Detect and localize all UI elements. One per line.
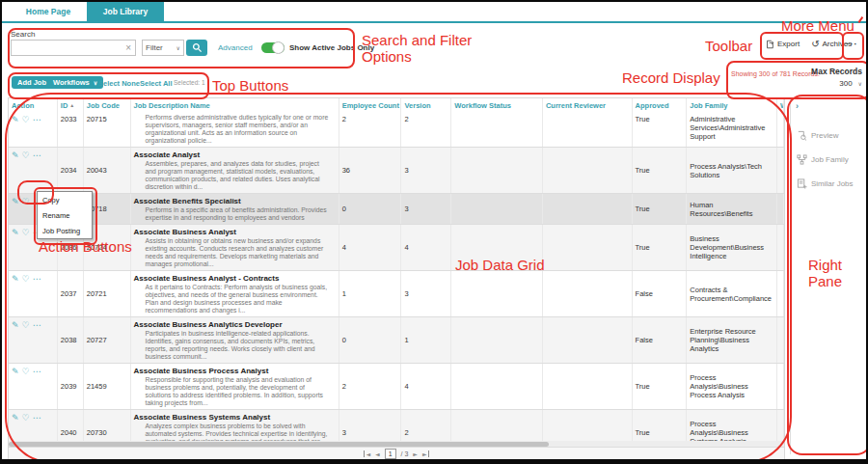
export-label: Export bbox=[777, 40, 800, 48]
more-actions-icon[interactable]: ⋯ bbox=[33, 275, 41, 284]
select-none-link[interactable]: Select None bbox=[98, 79, 140, 88]
row-job-family: Business Development\Business Intelligen… bbox=[687, 225, 777, 270]
last-page-button[interactable]: ► bbox=[422, 450, 429, 457]
filter-dropdown[interactable]: Filter ∨ bbox=[142, 40, 184, 56]
favorite-icon[interactable]: ♡ bbox=[22, 229, 30, 237]
more-actions-icon[interactable]: ⋯ bbox=[33, 414, 41, 423]
row-approved: False bbox=[633, 271, 688, 316]
column-header-workflow-status[interactable]: Workflow Status bbox=[451, 98, 543, 112]
edit-icon[interactable]: ✎ bbox=[12, 151, 19, 160]
active-jobs-toggle[interactable] bbox=[261, 42, 285, 53]
export-icon bbox=[765, 40, 774, 49]
favorite-icon[interactable]: ♡ bbox=[22, 198, 30, 206]
more-actions-icon[interactable]: ⋯ bbox=[33, 321, 41, 330]
select-all-link[interactable]: Select All bbox=[140, 79, 173, 88]
table-row[interactable]: ✎♡⋯203820727Associate Business Analytics… bbox=[9, 317, 784, 364]
row-workflow-status bbox=[451, 410, 543, 442]
table-row[interactable]: ✎♡⋯203520718Associate Benefits Specialis… bbox=[9, 194, 784, 225]
row-clipped-cell bbox=[777, 225, 784, 270]
more-actions-icon[interactable]: ⋯ bbox=[33, 368, 41, 376]
more-menu-button[interactable]: ··· bbox=[846, 36, 858, 52]
job-family-button[interactable]: Job Family bbox=[797, 154, 849, 165]
tab-home-page[interactable]: Home Page bbox=[10, 2, 87, 21]
first-page-button[interactable]: ◄ bbox=[364, 450, 370, 457]
context-menu-item-rename[interactable]: Rename bbox=[38, 207, 92, 223]
row-version: 4 bbox=[401, 364, 451, 409]
favorite-icon[interactable]: ♡ bbox=[22, 414, 30, 423]
search-input[interactable]: × bbox=[11, 40, 136, 56]
edit-icon[interactable]: ✎ bbox=[12, 368, 19, 376]
column-header-id[interactable]: ID ▲ bbox=[58, 98, 84, 112]
row-current-reviewer bbox=[543, 194, 633, 224]
column-header-version[interactable]: Version bbox=[401, 98, 451, 112]
previous-page-button[interactable]: ◄ bbox=[375, 450, 380, 457]
table-row[interactable]: ✎♡⋯203720721Associate Business Analyst -… bbox=[9, 271, 784, 317]
column-header-job-family[interactable]: Job Family bbox=[687, 98, 777, 112]
edit-icon[interactable]: ✎ bbox=[12, 275, 19, 284]
advanced-link[interactable]: Advanced bbox=[218, 43, 253, 52]
row-actions: ✎♡⋯ bbox=[9, 317, 58, 363]
sort-ascending-icon: ▲ bbox=[69, 102, 74, 108]
more-actions-icon[interactable]: ⋯ bbox=[33, 151, 41, 160]
favorite-icon[interactable]: ♡ bbox=[22, 275, 30, 284]
job-title: Associate Analyst bbox=[134, 150, 336, 159]
add-job-button[interactable]: Add Job bbox=[12, 76, 52, 89]
more-actions-icon[interactable]: ⋯ bbox=[33, 116, 41, 124]
export-button[interactable]: Export bbox=[765, 40, 800, 49]
column-header-employee-count[interactable]: Employee Count bbox=[339, 98, 402, 112]
column-header-clipped[interactable]: W bbox=[777, 98, 784, 112]
table-row[interactable]: ✎♡⋯204020730Associate Business Systems A… bbox=[9, 410, 784, 442]
job-title: Associate Business Analyst - Contracts bbox=[134, 274, 336, 283]
column-header-current-reviewer[interactable]: Current Reviewer bbox=[543, 98, 633, 112]
row-employee-count: 0 bbox=[339, 194, 402, 224]
row-description: Associate Business Analyst - ContractsAs… bbox=[131, 271, 339, 316]
row-workflow-status bbox=[451, 194, 543, 224]
table-row[interactable]: ✎♡⋯203420043Associate AnalystAssembles, … bbox=[9, 148, 784, 194]
table-row[interactable]: ✎♡⋯203921459Associate Business Process A… bbox=[9, 364, 784, 410]
next-page-button[interactable]: ► bbox=[413, 450, 418, 457]
tab-bar: Home Page Job Library bbox=[2, 2, 866, 23]
page-count-label: / 3 bbox=[401, 450, 409, 457]
favorite-icon[interactable]: ♡ bbox=[22, 151, 30, 160]
column-header-job-description-name[interactable]: Job Description Name bbox=[131, 98, 339, 112]
favorite-icon[interactable]: ♡ bbox=[22, 368, 30, 376]
column-header-approved[interactable]: Approved bbox=[633, 98, 688, 112]
row-id: 2040 bbox=[58, 410, 84, 442]
search-button[interactable] bbox=[186, 40, 207, 56]
edit-icon[interactable]: ✎ bbox=[12, 229, 19, 237]
edit-icon[interactable]: ✎ bbox=[12, 198, 19, 206]
context-menu-item-job-posting[interactable]: Job Posting bbox=[38, 223, 92, 238]
favorite-icon[interactable]: ♡ bbox=[22, 116, 30, 124]
similar-jobs-button[interactable]: Similar Jobs bbox=[797, 178, 854, 189]
table-row[interactable]: ✎♡⋯203320715Performs diverse administrat… bbox=[9, 112, 784, 148]
row-job-family: Process Analysis\Tech Solutions bbox=[687, 148, 777, 193]
row-description: Associate Benefits SpecialistPerforms in… bbox=[131, 194, 339, 224]
row-approved: False bbox=[633, 317, 688, 363]
row-employee-count: 1 bbox=[339, 271, 402, 316]
workflows-button[interactable]: Workflows ∨ bbox=[47, 76, 103, 89]
current-page-input[interactable]: 1 bbox=[385, 449, 396, 459]
app-window: Home Page Job Library Search × Filter ∨ … bbox=[0, 0, 868, 464]
row-job-code: 20727 bbox=[84, 317, 131, 363]
edit-icon[interactable]: ✎ bbox=[12, 321, 19, 330]
clear-search-icon[interactable]: × bbox=[125, 42, 131, 53]
max-records-dropdown[interactable]: 300 ∨ bbox=[812, 79, 862, 88]
job-description: As it pertains to Contracts: Perform ana… bbox=[134, 284, 336, 314]
favorite-icon[interactable]: ♡ bbox=[22, 321, 30, 330]
row-employee-count: 2 bbox=[339, 364, 402, 409]
row-current-reviewer bbox=[543, 112, 633, 147]
collapse-pane-chevron-icon[interactable]: › bbox=[796, 101, 799, 111]
context-menu-item-copy[interactable]: Copy bbox=[38, 192, 92, 207]
job-description: Participates in business intelligence-re… bbox=[134, 330, 336, 361]
row-job-code: 20721 bbox=[84, 271, 131, 316]
column-header-job-code[interactable]: Job Code bbox=[84, 98, 131, 112]
max-records-value: 300 bbox=[839, 79, 852, 88]
archives-icon: ↺ bbox=[811, 39, 819, 49]
edit-icon[interactable]: ✎ bbox=[12, 414, 19, 423]
row-approved: True bbox=[633, 112, 688, 147]
column-header-action[interactable]: Action bbox=[9, 98, 58, 112]
preview-button[interactable]: Preview bbox=[797, 130, 838, 141]
tab-job-library[interactable]: Job Library bbox=[87, 2, 164, 21]
filter-label: Filter bbox=[146, 43, 163, 52]
edit-icon[interactable]: ✎ bbox=[12, 116, 19, 124]
